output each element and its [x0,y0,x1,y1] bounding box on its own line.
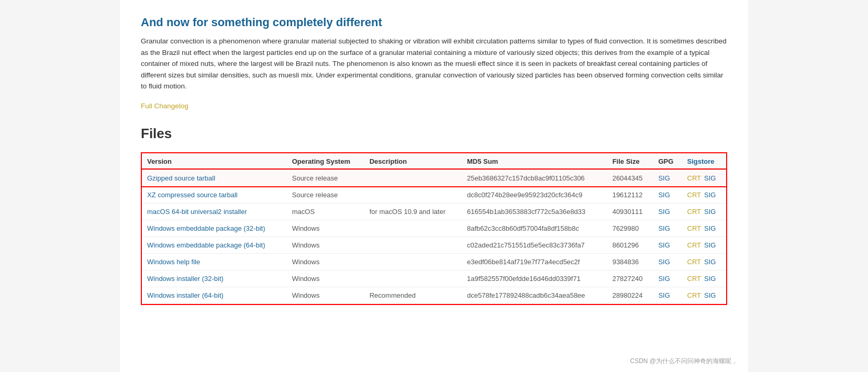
sigstore-sig-link[interactable]: SIG [704,291,716,299]
gpg-sig-link[interactable]: SIG [658,275,670,283]
file-os: Source release [287,170,364,186]
file-description: Recommended [364,287,462,303]
gpg-sig-link[interactable]: SIG [658,291,670,299]
files-table: Version Operating System Description MD5… [142,153,726,304]
file-md5: dc8c0f274b28ee9e95923d20cfc364c9 [462,186,607,203]
file-size: 7629980 [607,220,653,236]
file-os: Source release [287,186,364,203]
table-row: Windows installer (32-bit)Windows1a9f582… [142,270,726,287]
files-table-wrapper: Version Operating System Description MD5… [141,152,727,305]
table-row: Gzipped source tarballSource release25eb… [142,170,726,186]
file-os: Windows [287,253,364,270]
file-version-link[interactable]: Windows installer (32-bit) [147,275,224,283]
article-description: Granular convection is a phenomenon wher… [141,36,727,92]
sigstore-crt-link[interactable]: CRT [687,258,701,266]
article-title: And now for something completely differe… [141,16,727,29]
file-size: 19612112 [607,186,653,203]
file-size: 40930111 [607,203,653,220]
file-description [364,253,462,270]
file-description [364,186,462,203]
file-md5: 616554b1ab3653883cf772c5a36e8d33 [462,203,607,220]
header-md5: MD5 Sum [462,153,607,170]
header-description: Description [364,153,462,170]
table-row: Windows embeddable package (64-bit)Windo… [142,236,726,253]
sigstore-sig-link[interactable]: SIG [704,191,716,199]
file-md5: c02aded21c751551d5e5ec83c3736fa7 [462,236,607,253]
table-row: XZ compressed source tarballSource relea… [142,186,726,203]
gpg-sig-link[interactable]: SIG [658,174,670,182]
file-os: macOS [287,203,364,220]
file-description [364,170,462,186]
file-os: Windows [287,220,364,236]
sigstore-crt-link[interactable]: CRT [687,241,701,249]
table-row: Windows embeddable package (32-bit)Windo… [142,220,726,236]
sigstore-crt-link[interactable]: CRT [687,191,701,199]
sigstore-sig-link[interactable]: SIG [704,241,716,249]
sigstore-crt-link[interactable]: CRT [687,208,701,216]
file-md5: e3edf06be814af719e7f77a4ecd5ec2f [462,253,607,270]
sigstore-crt-link[interactable]: CRT [687,174,701,182]
sigstore-sig-link[interactable]: SIG [704,174,716,182]
sigstore-sig-link[interactable]: SIG [704,258,716,266]
file-version-link[interactable]: Windows embeddable package (32-bit) [147,224,265,232]
file-description [364,236,462,253]
gpg-sig-link[interactable]: SIG [658,191,670,199]
sigstore-crt-link[interactable]: CRT [687,224,701,232]
sigstore-crt-link[interactable]: CRT [687,275,701,283]
file-size: 9384836 [607,253,653,270]
file-size: 28980224 [607,287,653,303]
gpg-sig-link[interactable]: SIG [658,224,670,232]
file-md5: dce578fe177892488cadb6c34aea58ee [462,287,607,303]
header-sigstore: Sigstore [682,153,726,170]
file-version-link[interactable]: Gzipped source tarball [147,174,215,182]
page-wrapper: And now for something completely differe… [120,0,748,372]
sigstore-sig-link[interactable]: SIG [704,224,716,232]
header-os: Operating System [287,153,364,170]
header-version: Version [142,153,287,170]
header-gpg: GPG [653,153,682,170]
file-size: 26044345 [607,170,653,186]
table-row: Windows help fileWindowse3edf06be814af71… [142,253,726,270]
gpg-sig-link[interactable]: SIG [658,208,670,216]
file-description [364,270,462,287]
table-row: macOS 64-bit universal2 installermacOSfo… [142,203,726,220]
file-description: for macOS 10.9 and later [364,203,462,220]
sigstore-sig-link[interactable]: SIG [704,208,716,216]
file-os: Windows [287,270,364,287]
file-md5: 25eb3686327c157dcb8ac9f01105c306 [462,170,607,186]
file-md5: 8afb62c3cc8b60df57004fa8df158b8c [462,220,607,236]
changelog-link[interactable]: Full Changelog [141,102,188,110]
file-version-link[interactable]: Windows embeddable package (64-bit) [147,241,265,249]
file-description [364,220,462,236]
file-size: 27827240 [607,270,653,287]
file-os: Windows [287,287,364,303]
table-row: Windows installer (64-bit)WindowsRecomme… [142,287,726,303]
sigstore-sig-link[interactable]: SIG [704,275,716,283]
table-header-row: Version Operating System Description MD5… [142,153,726,170]
file-md5: 1a9f582557f00efdde16d46dd0339f71 [462,270,607,287]
header-filesize: File Size [607,153,653,170]
file-version-link[interactable]: XZ compressed source tarball [147,191,238,199]
file-version-link[interactable]: Windows installer (64-bit) [147,291,224,299]
file-size: 8601296 [607,236,653,253]
gpg-sig-link[interactable]: SIG [658,258,670,266]
file-version-link[interactable]: macOS 64-bit universal2 installer [147,208,247,216]
gpg-sig-link[interactable]: SIG [658,241,670,249]
csdn-watermark: CSDN @为什么不问问神奇的海螺呢， [630,357,738,366]
files-heading: Files [141,126,727,142]
file-version-link[interactable]: Windows help file [147,258,200,266]
file-os: Windows [287,236,364,253]
sigstore-crt-link[interactable]: CRT [687,291,701,299]
